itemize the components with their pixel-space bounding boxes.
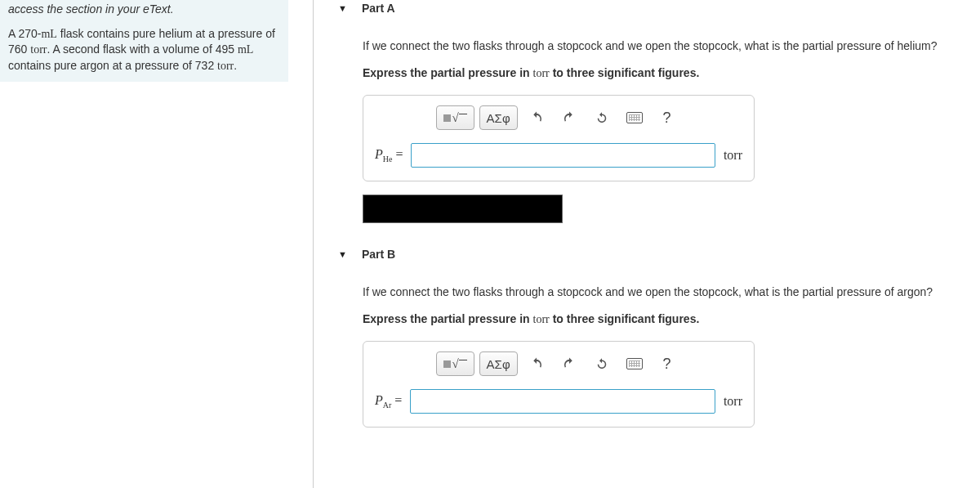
part-b-body: If we connect the two flasks through a s… (338, 284, 964, 428)
redo-button[interactable] (555, 105, 583, 130)
redo-button[interactable] (555, 351, 583, 376)
reset-icon (595, 110, 609, 125)
redo-icon (562, 356, 577, 371)
problem-text: A 270-mL flask contains pure helium at a… (8, 26, 280, 74)
keyboard-icon (626, 358, 643, 369)
part-b-answer-input[interactable] (410, 389, 715, 414)
problem-statement-box: access the section in your eText. A 270-… (0, 0, 288, 82)
part-a-variable: PHe = (375, 147, 403, 163)
help-button[interactable]: ? (653, 105, 681, 130)
part-b-instruction: Express the partial pressure in torr to … (363, 312, 964, 326)
greek-button[interactable]: ΑΣφ (479, 105, 518, 130)
column-divider (313, 0, 314, 488)
reset-button[interactable] (588, 105, 616, 130)
undo-button[interactable] (523, 105, 550, 130)
part-b-title: Part B (362, 248, 395, 261)
greek-button[interactable]: ΑΣφ (479, 351, 518, 376)
keyboard-icon (626, 112, 643, 123)
caret-down-icon: ▼ (338, 249, 347, 259)
part-b-toolbar: √ ΑΣφ ? (375, 351, 742, 376)
keyboard-button[interactable] (621, 351, 648, 376)
part-a-body: If we connect the two flasks through a s… (338, 38, 964, 248)
reset-icon (595, 356, 609, 371)
part-b-variable: PAr = (375, 393, 402, 410)
radical-icon: √ (443, 111, 466, 125)
part-b-input-row: PAr = torr (375, 389, 742, 414)
part-a-input-row: PHe = torr (375, 143, 742, 168)
part-a-toolbar: √ ΑΣφ ? (375, 105, 742, 130)
undo-icon (529, 110, 544, 125)
redacted-region (363, 195, 563, 223)
undo-icon (529, 356, 544, 371)
reset-button[interactable] (588, 351, 616, 376)
help-button[interactable]: ? (653, 351, 681, 376)
templates-button[interactable]: √ (436, 351, 474, 376)
part-a-question: If we connect the two flasks through a s… (363, 38, 964, 55)
radical-icon: √ (443, 357, 466, 371)
part-b-header[interactable]: ▼ Part B (338, 248, 964, 261)
redo-icon (562, 110, 577, 125)
part-a-unit: torr (724, 148, 742, 163)
part-a-instruction: Express the partial pressure in torr to … (363, 66, 964, 80)
templates-button[interactable]: √ (436, 105, 474, 130)
left-column: access the section in your eText. A 270-… (0, 0, 288, 488)
caret-down-icon: ▼ (338, 3, 347, 13)
undo-button[interactable] (523, 351, 550, 376)
part-a-answer-input[interactable] (411, 143, 715, 168)
etext-hint: access the section in your eText. (8, 2, 280, 18)
part-a-answer-panel: √ ΑΣφ ? PHe = torr (363, 95, 755, 181)
part-a-header[interactable]: ▼ Part A (338, 2, 964, 15)
part-a-title: Part A (362, 2, 395, 15)
part-b-unit: torr (724, 394, 742, 409)
keyboard-button[interactable] (621, 105, 648, 130)
part-b-answer-panel: √ ΑΣφ ? PAr = torr (363, 341, 755, 428)
part-b-question: If we connect the two flasks through a s… (363, 284, 964, 301)
right-column: ▼ Part A If we connect the two flasks th… (338, 0, 980, 488)
